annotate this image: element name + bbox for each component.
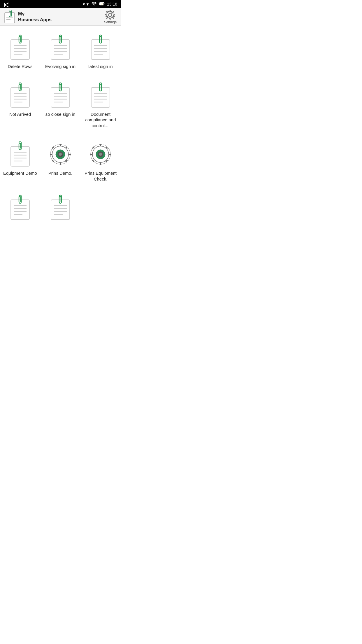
- app-label-document-compliance: Document compliance and control....: [83, 111, 118, 129]
- svg-rect-95: [51, 200, 70, 220]
- app-header: MyBusiness Apps: [0, 8, 121, 26]
- app-label-prins-equipment-check: Prins Equipment Check.: [83, 170, 118, 182]
- svg-point-12: [108, 13, 112, 17]
- svg-rect-83: [100, 162, 101, 165]
- svg-rect-39: [91, 40, 110, 60]
- status-time: 13:16: [107, 2, 117, 6]
- svg-rect-70: [60, 162, 61, 165]
- wifi-icon: ▼▼: [82, 2, 89, 6]
- app-item-app-12[interactable]: [80, 189, 121, 231]
- app-item-evolving-sign-in[interactable]: Evolving sign in: [40, 29, 80, 76]
- app-icon-not-arrived: [7, 82, 33, 108]
- svg-point-68: [59, 153, 62, 156]
- app-label-delete-rows: Delete Rows: [8, 64, 32, 69]
- svg-rect-34: [51, 40, 70, 60]
- header-doc-icon: [4, 10, 15, 24]
- svg-rect-82: [100, 144, 101, 146]
- svg-rect-90: [11, 200, 29, 220]
- settings-label: Settings: [104, 20, 117, 24]
- svg-point-28: [107, 17, 108, 18]
- app-icon-app-10: [7, 195, 33, 221]
- app-icon-document-compliance: [87, 82, 114, 108]
- svg-rect-69: [60, 144, 61, 146]
- svg-point-81: [99, 153, 102, 156]
- settings-gear-icon-2: [105, 10, 115, 20]
- app-icon-latest-sign-in: [87, 34, 114, 61]
- svg-rect-44: [11, 88, 29, 107]
- status-app-icon: [3, 2, 10, 9]
- svg-rect-72: [68, 154, 71, 155]
- svg-rect-1: [104, 3, 104, 4]
- svg-point-21: [110, 10, 111, 11]
- app-label-prins-demo: Prins Demo.: [48, 170, 73, 176]
- svg-text:⚡: ⚡: [101, 3, 103, 5]
- svg-point-24: [114, 14, 115, 15]
- app-icon-so-close-sign-in: [47, 82, 73, 108]
- app-item-equipment-demo[interactable]: Equipment Demo: [0, 135, 40, 189]
- app-label-latest-sign-in: latest sign in: [88, 64, 113, 69]
- app-item-app-11[interactable]: [40, 189, 80, 231]
- battery-status-icon: ⚡: [99, 2, 105, 7]
- app-item-document-compliance[interactable]: Document compliance and control....: [80, 76, 121, 136]
- svg-rect-71: [50, 154, 52, 155]
- svg-rect-84: [90, 154, 92, 155]
- svg-point-23: [106, 14, 107, 15]
- app-label-so-close-sign-in: so close sign in: [45, 111, 75, 117]
- svg-point-22: [110, 18, 111, 20]
- status-bar: ▼▼ ⚡ 13:16: [0, 0, 121, 8]
- app-item-delete-rows[interactable]: Delete Rows: [0, 29, 40, 76]
- svg-point-27: [113, 11, 114, 12]
- svg-line-5: [5, 5, 9, 7]
- app-icon-prins-demo: [47, 141, 73, 167]
- app-item-not-arrived[interactable]: Not Arrived: [0, 76, 40, 136]
- app-item-prins-equipment-check[interactable]: Prins Equipment Check.: [80, 135, 121, 189]
- svg-rect-59: [11, 146, 29, 166]
- app-icon-app-12: [87, 195, 114, 221]
- svg-rect-54: [91, 88, 110, 107]
- app-icon-prins-equipment-check: [87, 141, 114, 167]
- wifi-status-icon: [91, 1, 97, 7]
- svg-point-26: [113, 17, 114, 18]
- app-label-not-arrived: Not Arrived: [9, 111, 31, 117]
- app-grid: Delete Rows Evolving sign in latest sign…: [0, 26, 121, 234]
- app-label-evolving-sign-in: Evolving sign in: [45, 64, 75, 69]
- app-icon-equipment-demo: [7, 141, 33, 167]
- app-item-prins-demo[interactable]: Prins Demo.: [40, 135, 80, 189]
- svg-line-4: [5, 3, 9, 5]
- header-left: MyBusiness Apps: [4, 10, 52, 24]
- svg-rect-29: [11, 40, 29, 60]
- app-item-app-10[interactable]: [0, 189, 40, 231]
- svg-rect-49: [51, 88, 70, 107]
- svg-point-25: [107, 11, 108, 12]
- app-label-equipment-demo: Equipment Demo: [3, 170, 37, 176]
- settings-button[interactable]: Settings: [104, 10, 117, 24]
- app-icon-app-11: [47, 195, 73, 221]
- app-icon-evolving-sign-in: [47, 34, 73, 61]
- svg-rect-85: [109, 154, 111, 155]
- app-item-latest-sign-in[interactable]: latest sign in: [80, 29, 121, 76]
- app-icon-delete-rows: [7, 34, 33, 61]
- app-item-so-close-sign-in[interactable]: so close sign in: [40, 76, 80, 136]
- header-title: MyBusiness Apps: [18, 11, 52, 22]
